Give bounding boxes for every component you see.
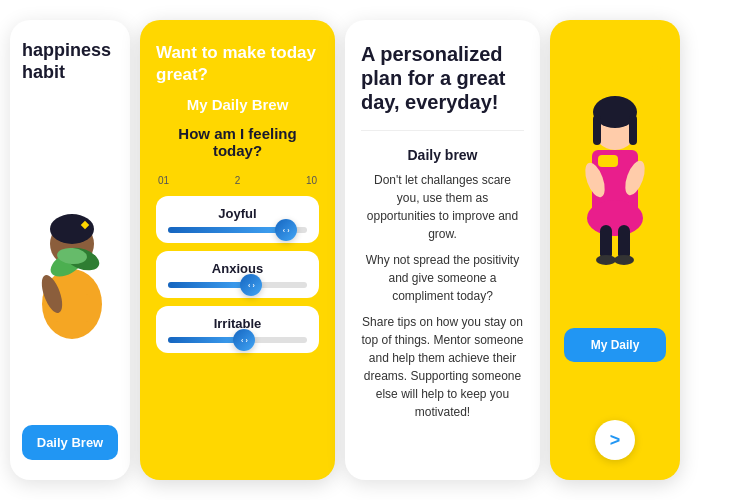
screen2-question: How am I feeling today? — [156, 125, 319, 159]
slider-label-irritable: Irritable — [168, 316, 307, 331]
svg-rect-17 — [629, 115, 637, 145]
daily-brew-button-4[interactable]: My Daily — [564, 328, 666, 362]
svg-rect-13 — [598, 155, 618, 167]
chevron-right-irritable: › — [245, 337, 247, 344]
slider-scale: 01 2 10 — [156, 175, 319, 186]
svg-rect-16 — [593, 115, 601, 145]
slider-thumb-anxious[interactable]: ‹ › — [240, 274, 262, 296]
screen-3: A personalized plan for a great day, eve… — [345, 20, 540, 480]
svg-point-12 — [587, 200, 643, 236]
slider-fill-anxious — [168, 282, 251, 288]
slider-card-anxious: Anxious ‹ › — [156, 251, 319, 298]
chevron-right-icon: > — [610, 430, 621, 451]
person-standing-svg — [560, 50, 670, 270]
screen-1: happiness habit — [10, 20, 130, 480]
next-circle-button[interactable]: > — [595, 420, 635, 460]
chevron-right-joyful: › — [287, 227, 289, 234]
svg-marker-10 — [635, 55, 645, 65]
para-2: Why not spread the positivity and give s… — [361, 251, 524, 305]
thumb-inner-irritable: ‹ › — [241, 337, 248, 344]
svg-marker-24 — [572, 80, 588, 96]
screen-4: My Daily > — [550, 20, 680, 480]
svg-point-22 — [596, 255, 616, 265]
svg-point-23 — [614, 255, 634, 265]
svg-rect-21 — [618, 225, 630, 260]
para-1: Don't let challanges scare you, use them… — [361, 171, 524, 243]
slider-track-irritable[interactable]: ‹ › — [168, 337, 307, 343]
svg-point-2 — [50, 214, 94, 244]
divider-1 — [361, 130, 524, 131]
screen3-header: A personalized plan for a great day, eve… — [361, 42, 524, 114]
slider-thumb-joyful[interactable]: ‹ › — [275, 219, 297, 241]
thumb-inner-joyful: ‹ › — [283, 227, 290, 234]
slider-track-anxious[interactable]: ‹ › — [168, 282, 307, 288]
slider-label-anxious: Anxious — [168, 261, 307, 276]
chevron-left-irritable: ‹ — [241, 337, 243, 344]
screen2-header: Want to make today great? — [156, 42, 319, 86]
slider-card-irritable: Irritable ‹ › — [156, 306, 319, 353]
daily-brew-title: Daily brew — [361, 147, 524, 163]
slider-thumb-irritable[interactable]: ‹ › — [233, 329, 255, 351]
svg-marker-9 — [647, 60, 663, 76]
daily-brew-button-1[interactable]: Daily Brew — [22, 425, 118, 460]
scale-start: 01 — [158, 175, 169, 186]
slider-fill-joyful — [168, 227, 286, 233]
scale-mid: 2 — [235, 175, 241, 186]
slider-card-joyful: Joyful ‹ › — [156, 196, 319, 243]
illustration-4 — [560, 50, 670, 270]
illustration-1 — [22, 164, 122, 344]
screen-2: Want to make today great? My Daily Brew … — [140, 20, 335, 480]
svg-rect-20 — [600, 225, 612, 260]
screens-container: happiness habit — [0, 0, 750, 500]
screen2-subheader: My Daily Brew — [156, 96, 319, 113]
app-title: happiness habit — [22, 40, 118, 83]
slider-track-joyful[interactable]: ‹ › — [168, 227, 307, 233]
para-3: Share tips on how you stay on top of thi… — [361, 313, 524, 421]
thumb-inner-anxious: ‹ › — [248, 282, 255, 289]
chevron-left-joyful: ‹ — [283, 227, 285, 234]
scale-end: 10 — [306, 175, 317, 186]
chevron-right-anxious: › — [252, 282, 254, 289]
chevron-left-anxious: ‹ — [248, 282, 250, 289]
person-plant-svg — [22, 164, 122, 344]
